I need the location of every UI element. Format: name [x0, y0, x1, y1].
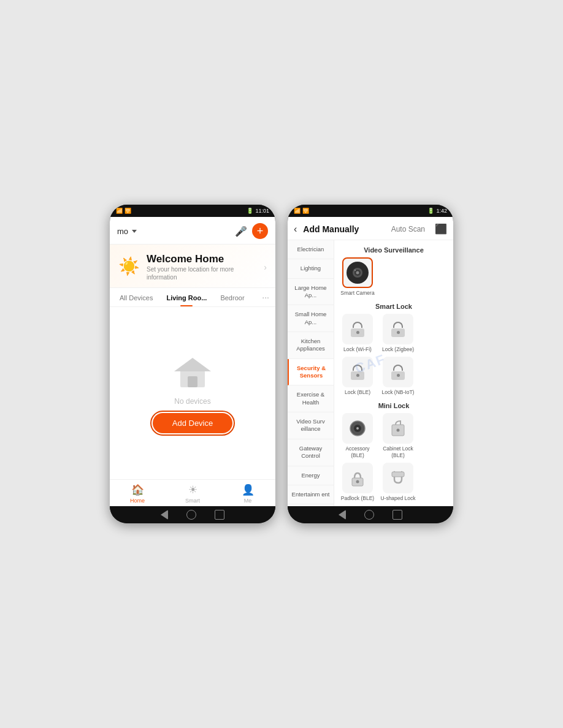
cat-large-home[interactable]: Large Home Ap...: [288, 279, 334, 306]
nav-me[interactable]: 👤 Me: [220, 480, 275, 506]
android-nav-bar-2: [288, 506, 453, 523]
bottom-navigation: 🏠 Home ☀ Smart 👤 Me: [110, 479, 275, 506]
cat-energy[interactable]: Energy: [288, 466, 334, 485]
cat-kitchen[interactable]: Kitchen Appliances: [288, 332, 334, 359]
lock-zigbee-label: Lock (Zigbee): [382, 346, 414, 353]
battery-icon: 🔋: [247, 208, 253, 214]
lock-zigbee-icon-wrap: [383, 314, 413, 344]
lock-wifi-label: Lock (Wi-Fi): [343, 346, 372, 353]
home-nav-label: Home: [130, 498, 145, 504]
header-tab-group: Auto Scan ⬛: [391, 223, 447, 235]
signal-icon-2: 📶: [294, 208, 301, 214]
cat-lighting[interactable]: Lighting: [288, 259, 334, 278]
lock-body-nblot: [391, 371, 405, 380]
lock-body-ble: [351, 371, 364, 380]
back-nav-btn[interactable]: [161, 510, 168, 520]
cat-gateway[interactable]: Gateway Control: [288, 439, 334, 466]
device-lock-zigbee[interactable]: Lock (Zigbee): [380, 314, 416, 353]
device-padlock-ble[interactable]: Padlock (BLE): [339, 463, 376, 502]
user-name: mo: [117, 227, 128, 236]
lock-wifi-shape: [351, 322, 364, 337]
cabinet-lock-icon-wrap: [383, 413, 413, 444]
camera-icon: [347, 262, 369, 284]
wifi-icon-2: 🛜: [302, 208, 309, 214]
device-u-shaped-lock[interactable]: U-shaped Lock: [380, 463, 416, 502]
device-lock-wifi[interactable]: Lock (Wi-Fi): [339, 314, 376, 353]
lock-hole-wifi: [356, 331, 359, 334]
recents-nav-btn[interactable]: [215, 510, 224, 520]
svg-rect-15: [392, 472, 404, 477]
device-cabinet-lock-ble[interactable]: Cabinet Lock (BLE): [380, 413, 416, 459]
cat-video[interactable]: Video Surv eillance: [288, 412, 334, 439]
tab-bedroom[interactable]: Bedroor: [216, 288, 248, 306]
home-screen: mo 🎤 + ☀️ Welcome Home Set y: [110, 217, 275, 506]
nav-home[interactable]: 🏠 Home: [110, 480, 165, 506]
padlock-label: Padlock (BLE): [341, 495, 374, 502]
ulock-icon-wrap: [383, 463, 413, 493]
device-lock-nblot[interactable]: Lock (NB-IoT): [380, 357, 416, 396]
lock-nblot-icon-wrap: [383, 357, 413, 387]
category-sidebar: Electrician Lighting Large Home Ap... Sm…: [288, 240, 334, 506]
signal-icon: 📶: [116, 208, 123, 214]
tabs-more-icon[interactable]: ···: [262, 292, 269, 302]
back-arrow-icon[interactable]: ‹: [294, 224, 297, 235]
svg-rect-2: [188, 376, 197, 387]
smart-camera-icon-wrap: [342, 257, 373, 288]
sun-icon: ☀️: [118, 256, 140, 278]
section-mini-lock: Mini Lock: [339, 396, 448, 413]
svg-point-12: [397, 429, 400, 432]
tab-living-room[interactable]: Living Roo...: [163, 288, 210, 306]
device-accessory-ble[interactable]: Accessory (BLE): [339, 413, 376, 459]
section-smart-lock: Smart Lock: [339, 297, 448, 314]
phone-shell-add: 📶 🛜 🔋 1:42 ‹ Add Manually Auto Scan ⬛: [288, 205, 453, 523]
device-lock-ble[interactable]: Lock (BLE): [339, 357, 376, 396]
home-nav-btn-2[interactable]: [364, 510, 374, 520]
lock-top-zigbee: [393, 322, 403, 328]
tab-all-devices[interactable]: All Devices: [116, 288, 156, 306]
cat-small-home[interactable]: Small Home Ap...: [288, 305, 334, 332]
wifi-icon: 🛜: [124, 208, 131, 214]
add-icon: +: [257, 226, 264, 237]
user-menu[interactable]: mo: [117, 227, 137, 236]
lock-nblot-shape: [391, 365, 405, 380]
smart-nav-icon: ☀: [188, 483, 197, 496]
cat-electrician[interactable]: Electrician: [288, 240, 334, 259]
device-grid-minilock: Accessory (BLE) Ca: [339, 413, 448, 506]
device-smart-camera[interactable]: Smart Camera: [339, 257, 376, 297]
add-manually-content: Electrician Lighting Large Home Ap... Sm…: [288, 240, 453, 506]
device-tabs: All Devices Living Roo... Bedroor ···: [110, 288, 275, 307]
arrow-icon[interactable]: ›: [264, 262, 267, 272]
back-nav-btn-2[interactable]: [339, 510, 346, 520]
svg-point-10: [356, 427, 359, 430]
no-devices-area: No devices Add Device: [110, 307, 275, 479]
device-grid-smartlock: Lock (Wi-Fi): [339, 314, 448, 396]
add-manually-screen: ‹ Add Manually Auto Scan ⬛ Electrician L…: [288, 217, 453, 506]
lock-ble-label: Lock (BLE): [345, 389, 370, 396]
lock-nblot-label: Lock (NB-IoT): [382, 389, 415, 396]
cat-exercise[interactable]: Exercise & Health: [288, 385, 334, 412]
cat-entertainment[interactable]: Entertainm ent: [288, 485, 334, 504]
lock-top-wifi: [353, 322, 362, 328]
add-button[interactable]: +: [252, 223, 268, 239]
lock-wifi-icon-wrap: [342, 314, 373, 344]
status-bar-left: 📶 🛜: [116, 208, 131, 214]
recents-nav-btn-2[interactable]: [393, 510, 402, 520]
auto-scan-tab[interactable]: Auto Scan: [391, 225, 425, 233]
me-nav-label: Me: [244, 498, 252, 504]
phone-shell-home: 📶 🛜 🔋 11:01 mo 🎤: [110, 205, 275, 523]
nav-smart[interactable]: ☀ Smart: [165, 480, 220, 506]
home-nav-btn[interactable]: [186, 510, 196, 520]
lock-hole-ble: [356, 374, 359, 377]
svg-marker-1: [174, 358, 211, 371]
cat-security[interactable]: Security & Sensors: [288, 359, 334, 386]
phone-home: 📶 🛜 🔋 11:01 mo 🎤: [110, 205, 275, 523]
smart-nav-label: Smart: [185, 498, 200, 504]
smart-camera-label: Smart Camera: [340, 290, 374, 297]
mic-icon[interactable]: 🎤: [235, 226, 247, 237]
time-label-2: 1:42: [436, 208, 447, 214]
android-nav-bar: [110, 506, 275, 523]
accessory-ble-icon-wrap: [342, 413, 373, 444]
status-bar-right: 🔋 11:01: [247, 208, 269, 214]
scan-icon[interactable]: ⬛: [435, 223, 447, 235]
add-device-button[interactable]: Add Device: [153, 413, 232, 433]
